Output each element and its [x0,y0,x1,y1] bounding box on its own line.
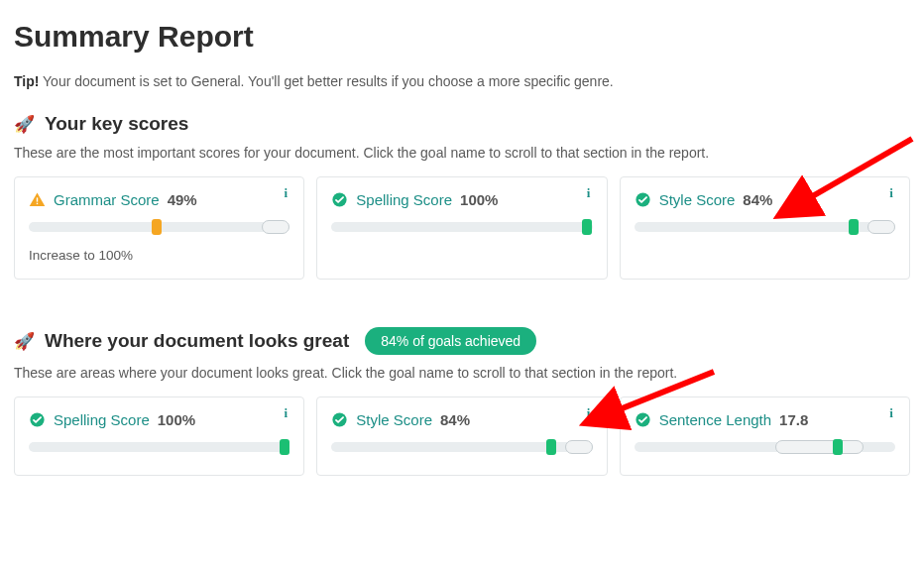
key-scores-sub: These are the most important scores for … [14,145,910,161]
key-scores-heading: Your key scores [45,113,188,135]
key-scores-cards: i Grammar Score 49% Increase to 100% i S… [14,176,910,280]
slider-thumb[interactable] [582,219,592,235]
slider-track [29,222,289,232]
score-link-spelling[interactable]: Spelling Score [54,411,150,428]
slider-thumb[interactable] [833,439,843,455]
slider-track [29,442,289,452]
score-value: 17.8 [779,411,808,428]
score-link-sentence-length[interactable]: Sentence Length [659,411,771,428]
score-link-style[interactable]: Style Score [659,191,736,208]
check-circle-icon [29,411,46,428]
info-icon[interactable]: i [883,185,899,201]
info-icon[interactable]: i [581,405,597,421]
score-card-style: i Style Score 84% [620,176,910,280]
slider-track [635,222,895,232]
score-link-grammar[interactable]: Grammar Score [54,191,160,208]
score-value: 49% [168,191,197,208]
warning-icon [29,191,46,208]
goals-achieved-badge: 84% of goals achieved [365,327,536,355]
score-value: 84% [440,411,470,428]
looks-great-sub: These are areas where your document look… [14,365,910,381]
slider-thumb[interactable] [546,439,556,455]
looks-great-heading-row: 🚀 Where your document looks great 84% of… [14,327,910,355]
check-circle-icon [331,191,348,208]
score-card-spelling: i Spelling Score 100% [316,176,607,280]
great-card-spelling: i Spelling Score 100% [14,396,304,476]
info-icon[interactable]: i [581,185,597,201]
tip-prefix: Tip! [14,73,39,89]
info-icon[interactable]: i [883,405,899,421]
slider-endcap [565,440,593,454]
info-icon[interactable]: i [278,405,293,421]
key-scores-heading-row: 🚀 Your key scores [14,113,910,135]
check-circle-icon [635,191,651,208]
slider-thumb[interactable] [152,219,162,235]
score-value: 100% [460,191,498,208]
score-link-style[interactable]: Style Score [356,411,432,428]
page-title: Summary Report [14,20,910,54]
slider-track [635,442,895,452]
looks-great-heading: Where your document looks great [45,330,349,352]
looks-great-cards: i Spelling Score 100% i Style Score 84% … [14,396,910,476]
slider-endcap [262,220,289,234]
slider-thumb[interactable] [280,439,289,455]
check-circle-icon [635,411,651,428]
score-hint: Increase to 100% [29,248,289,263]
great-card-style: i Style Score 84% [316,396,607,476]
svg-rect-1 [37,203,38,204]
slider-track [331,442,592,452]
rocket-icon: 🚀 [14,116,35,133]
score-value: 84% [743,191,772,208]
slider-thumb[interactable] [849,219,859,235]
score-value: 100% [158,411,195,428]
rocket-icon: 🚀 [14,333,35,350]
tip-text: Your document is set to General. You'll … [39,73,613,89]
check-circle-icon [331,411,348,428]
tip-line: Tip! Your document is set to General. Yo… [14,73,910,89]
score-card-grammar: i Grammar Score 49% Increase to 100% [14,176,304,280]
svg-rect-0 [37,197,38,201]
slider-range [775,440,865,454]
slider-track [331,222,592,232]
score-link-spelling[interactable]: Spelling Score [356,191,452,208]
slider-endcap [867,220,895,234]
great-card-sentence-length: i Sentence Length 17.8 [620,396,910,476]
info-icon[interactable]: i [278,185,293,201]
